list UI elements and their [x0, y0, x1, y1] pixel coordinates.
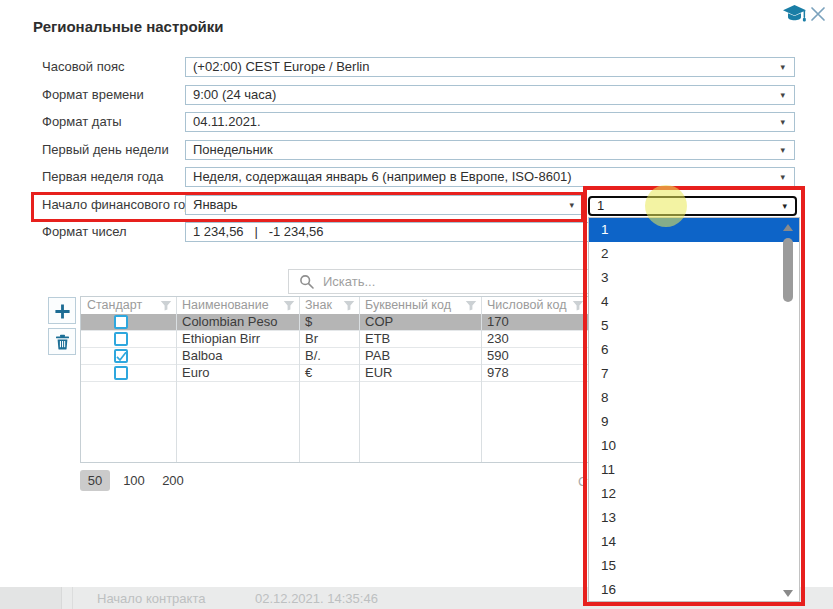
background-cell: [0, 587, 62, 609]
combo-value: 1: [597, 198, 604, 214]
scroll-down-icon[interactable]: [783, 590, 793, 597]
page-size-100[interactable]: 100: [119, 470, 149, 491]
delete-currency-button[interactable]: [48, 328, 76, 355]
field-label-first_day_of_week: Первый день недели: [42, 140, 169, 160]
settings-row-first_day_of_week: Первый день неделиПонедельник▾: [0, 140, 833, 160]
settings-row-date_format: Формат даты04.11.2021.▾: [0, 112, 833, 132]
select-value: (+02:00) CEST Europe / Berlin: [193, 58, 369, 76]
select-first_week_of_year[interactable]: Неделя, содержащая январь 6 (например в …: [185, 167, 795, 187]
cell-sign: Br: [299, 331, 359, 347]
filter-icon: [465, 300, 477, 311]
cell-numeric_code: 978: [481, 365, 588, 381]
cell-sign: $: [299, 314, 359, 330]
select-value: 04.11.2021.: [193, 113, 261, 131]
cell-sign: €: [299, 365, 359, 381]
cell-alpha_code: EUR: [359, 365, 481, 381]
cell-sign: B/.: [299, 348, 359, 364]
filter-icon: [572, 300, 584, 311]
column-divider: [359, 297, 360, 462]
select-value: Январь: [193, 196, 238, 214]
cell-alpha_code: COP: [359, 314, 481, 330]
select-value: 9:00 (24 часа): [193, 86, 276, 104]
select-first_day_of_week[interactable]: Понедельник▾: [185, 140, 795, 160]
field-label-date_format: Формат даты: [42, 112, 122, 132]
select-date_format[interactable]: 04.11.2021.▾: [185, 112, 795, 132]
chevron-down-icon: ▾: [569, 196, 574, 214]
dropdown-option-13[interactable]: 13: [589, 506, 799, 530]
column-header-0[interactable]: Стандарт: [81, 297, 176, 314]
cell-name: Balboa: [176, 348, 299, 364]
checkmark-icon: [115, 350, 128, 363]
standard-checkbox[interactable]: [114, 366, 128, 380]
scroll-up-icon[interactable]: [783, 224, 793, 231]
dropdown-option-16[interactable]: 16: [589, 578, 799, 602]
chevron-down-icon: ▾: [780, 86, 785, 104]
select-fiscal_year_start[interactable]: Январь▾: [185, 195, 584, 215]
add-currency-button[interactable]: [48, 297, 76, 324]
field-label-fiscal_year_start: Начало финансового года: [42, 195, 200, 215]
background-row-value: 02.12.2021. 14:35:46: [255, 591, 378, 606]
search-placeholder: Искать...: [323, 274, 375, 289]
dropdown-option-15[interactable]: 15: [589, 554, 799, 578]
dropdown-option-1[interactable]: 1: [589, 218, 799, 242]
column-header-1[interactable]: Наименование: [176, 297, 299, 314]
field-label-first_week_of_year: Первая неделя года: [42, 167, 163, 187]
dropdown-option-14[interactable]: 14: [589, 530, 799, 554]
page-title: Региональные настройки: [33, 18, 224, 35]
cell-alpha_code: ETB: [359, 331, 481, 347]
dropdown-option-7[interactable]: 7: [589, 362, 799, 386]
column-header-4[interactable]: Числовой код: [481, 297, 588, 314]
page-size-selector: 50100200: [80, 470, 188, 491]
field-label-time_format: Формат времени: [42, 85, 144, 105]
chevron-down-icon: ▾: [782, 198, 787, 214]
dropdown-option-12[interactable]: 12: [589, 482, 799, 506]
standard-checkbox[interactable]: [114, 332, 128, 346]
field-label-number_format: Формат чисел: [42, 222, 127, 242]
dropdown-option-6[interactable]: 6: [589, 338, 799, 362]
dropdown-options: 12345678910111213141516: [589, 218, 799, 602]
select-value: Понедельник: [193, 141, 273, 159]
page-size-200[interactable]: 200: [158, 470, 188, 491]
column-header-3[interactable]: Буквенный код: [359, 297, 481, 314]
background-row-label: Начало контракта: [97, 591, 205, 606]
dropdown-option-5[interactable]: 5: [589, 314, 799, 338]
select-value: 1 234,56 | -1 234,56: [193, 223, 324, 241]
dropdown-option-10[interactable]: 10: [589, 434, 799, 458]
education-icon[interactable]: [782, 4, 808, 24]
dropdown-option-2[interactable]: 2: [589, 242, 799, 266]
column-divider: [176, 297, 177, 462]
settings-row-timezone: Часовой пояс(+02:00) CEST Europe / Berli…: [0, 57, 833, 77]
chevron-down-icon: ▾: [780, 58, 785, 76]
column-divider: [481, 297, 482, 462]
chevron-down-icon: ▾: [780, 141, 785, 159]
scrollbar-thumb[interactable]: [783, 238, 793, 302]
dropdown-option-11[interactable]: 11: [589, 458, 799, 482]
fiscal-start-day-combo[interactable]: 1 ▾: [588, 196, 797, 216]
cell-numeric_code: 590: [481, 348, 588, 364]
chevron-down-icon: ▾: [780, 168, 785, 186]
dropdown-option-8[interactable]: 8: [589, 386, 799, 410]
select-time_format[interactable]: 9:00 (24 часа)▾: [185, 85, 795, 105]
column-divider: [299, 297, 300, 462]
filter-icon: [343, 300, 355, 311]
dropdown-option-9[interactable]: 9: [589, 410, 799, 434]
page-size-50[interactable]: 50: [80, 470, 110, 491]
cell-numeric_code: 230: [481, 331, 588, 347]
standard-checkbox[interactable]: [114, 315, 128, 329]
column-header-2[interactable]: Знак: [299, 297, 359, 314]
cell-name: Ethiopian Birr: [176, 331, 299, 347]
standard-checkbox[interactable]: [114, 349, 128, 363]
settings-row-time_format: Формат времени9:00 (24 часа)▾: [0, 85, 833, 105]
chevron-down-icon: ▾: [780, 113, 785, 131]
field-label-timezone: Часовой пояс: [42, 57, 124, 77]
dropdown-option-4[interactable]: 4: [589, 290, 799, 314]
dropdown-option-3[interactable]: 3: [589, 266, 799, 290]
cell-alpha_code: PAB: [359, 348, 481, 364]
select-value: Неделя, содержащая январь 6 (например в …: [193, 168, 572, 186]
select-timezone[interactable]: (+02:00) CEST Europe / Berlin▾: [185, 57, 795, 77]
filter-icon: [283, 300, 295, 311]
regional-settings-dialog: Региональные настройки Часовой пояс(+02:…: [0, 0, 833, 609]
cell-name: Euro: [176, 365, 299, 381]
plus-icon: [54, 303, 71, 320]
close-icon[interactable]: [808, 4, 828, 24]
